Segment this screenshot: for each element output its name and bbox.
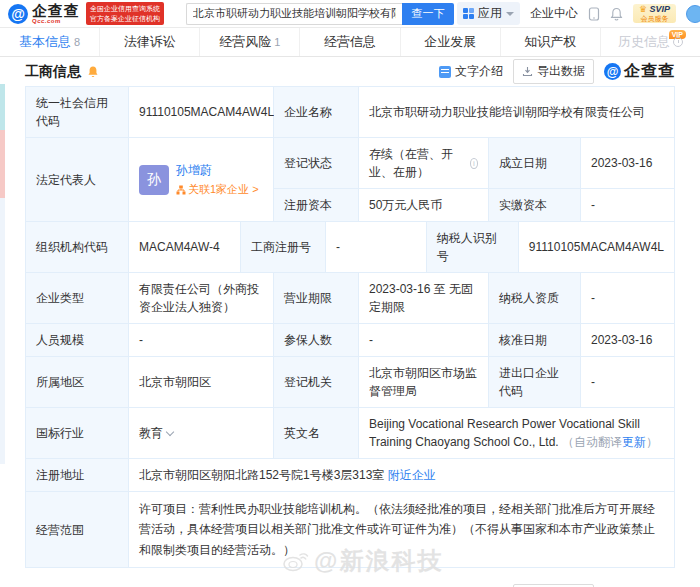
field-label: 英文名	[274, 408, 359, 458]
qcc-logo-icon: @	[604, 63, 621, 80]
chevron-down-icon	[166, 427, 174, 435]
search-bar: 查一下	[186, 3, 454, 25]
registered-capital-value: 50万元人民币	[359, 189, 489, 221]
download-icon	[522, 66, 533, 77]
field-label: 注册资本	[274, 189, 359, 221]
shareholders-header: 股东信息 1 i 股权结构 导出数据 @ 企查查	[0, 582, 700, 587]
field-label: 营业期限	[274, 273, 359, 323]
business-info-table: 统一社会信用代码 91110105MACAM4AW4L 企业名称 北京市职研动力…	[25, 86, 675, 568]
field-label: 所属地区	[26, 357, 129, 407]
field-label: 法定代表人	[26, 138, 129, 221]
export-data-button[interactable]: 导出数据	[513, 59, 594, 84]
enterprise-center-link[interactable]: 企业中心	[530, 5, 578, 22]
legal-rep-avatar[interactable]: 孙	[139, 165, 169, 195]
top-bar: @ 企查查 Qcc.com 全国企业信用查询系统 官方备案企业征信机构 查一下 …	[0, 0, 700, 28]
field-label: 登记状态	[274, 138, 359, 188]
apps-menu[interactable]: 应用	[457, 2, 520, 25]
field-label: 核准日期	[489, 324, 581, 356]
notification-bell-icon[interactable]	[610, 7, 623, 21]
insured-count-value: -	[359, 324, 489, 356]
legal-rep-cell: 孙 孙增蔚 关联1家企业 >	[129, 138, 274, 221]
staff-size-value: -	[129, 324, 274, 356]
taxpayer-id-value: 91110105MACAM4AW4L	[519, 222, 674, 272]
certification-badge: 全国企业信用查询系统 官方备案企业征信机构	[86, 2, 164, 24]
tab-operating-info[interactable]: 经营信息	[300, 28, 400, 56]
mobile-app-icon[interactable]	[588, 7, 600, 21]
field-label: 注册地址	[26, 459, 129, 491]
field-label: 参保人数	[274, 324, 359, 356]
company-name-value: 北京市职研动力职业技能培训朝阳学校有限责任公司	[359, 87, 674, 137]
org-code-value: MACAM4AW-4	[129, 222, 241, 272]
credit-code-value: 91110105MACAM4AW4L	[129, 87, 274, 137]
field-label: 工商注册号	[241, 222, 326, 272]
registration-no-value: -	[326, 222, 427, 272]
business-scope-value: 许可项目：营利性民办职业技能培训机构。（依法须经批准的项目，经相关部门批准后方可…	[129, 492, 674, 567]
document-icon	[439, 66, 451, 78]
field-label: 统一社会信用代码	[26, 87, 129, 137]
qcc-watermark: @ 企查查	[604, 61, 675, 82]
qcc-brand[interactable]: @ 企查查 Qcc.com 全国企业信用查询系统 官方备案企业征信机构	[8, 2, 164, 24]
translate-update-link[interactable]: 更新	[622, 435, 646, 449]
search-button[interactable]: 查一下	[402, 3, 454, 25]
tab-legal-litigation[interactable]: 法律诉讼	[100, 28, 200, 56]
company-type-value: 有限责任公司（外商投资企业法人独资）	[129, 273, 274, 323]
section-title: 工商信息	[25, 63, 81, 81]
info-icon[interactable]: i	[470, 158, 478, 169]
tab-operating-risk[interactable]: 经营风险1	[200, 28, 300, 56]
brand-name: 企查查	[32, 3, 80, 18]
field-label: 纳税人资质	[489, 273, 581, 323]
crown-icon: ♛	[639, 4, 647, 14]
tab-company-development[interactable]: 企业发展	[401, 28, 501, 56]
region-value: 北京市朝阳区	[129, 357, 274, 407]
text-intro-button[interactable]: 文字介绍	[439, 63, 503, 80]
registered-address-value: 北京市朝阳区朝阳北路152号院1号楼3层313室 附近企业	[129, 459, 674, 491]
related-companies-link[interactable]: 关联1家企业 >	[176, 181, 259, 198]
field-label: 人员规模	[26, 324, 129, 356]
business-info-header: 工商信息 文字介绍 导出数据 @ 企查查	[0, 57, 700, 86]
tab-basic-info[interactable]: 基本信息8	[0, 28, 100, 56]
apps-grid-icon	[463, 8, 474, 19]
status-value: 存续（在营、开业、在册）i	[359, 138, 489, 188]
user-avatar[interactable]	[686, 5, 700, 23]
org-chart-icon	[176, 185, 186, 195]
paid-capital-value: -	[581, 189, 674, 221]
field-label: 企业名称	[274, 87, 359, 137]
field-label: 企业类型	[26, 273, 129, 323]
field-label: 组织机构代码	[26, 222, 129, 272]
establish-date-value: 2023-03-16	[581, 138, 674, 188]
english-name-value: Beijing Vocational Research Power Vocati…	[359, 408, 674, 458]
company-tabs: 基本信息8 法律诉讼 经营风险1 经营信息 企业发展 知识产权 历史信息 VIP	[0, 28, 700, 57]
chevron-down-icon	[506, 12, 514, 16]
field-label: 纳税人识别号	[427, 222, 519, 272]
field-label: 实缴资本	[489, 189, 581, 221]
import-export-code-value: -	[581, 357, 674, 407]
field-label: 经营范围	[26, 492, 129, 567]
qcc-logo-icon: @	[8, 4, 28, 24]
approval-date-value: 2023-03-16	[581, 324, 674, 356]
industry-value[interactable]: 教育	[129, 408, 274, 458]
field-label: 国标行业	[26, 408, 129, 458]
search-input[interactable]	[186, 3, 402, 25]
nearby-companies-link[interactable]: 附近企业	[388, 466, 436, 484]
field-label: 成立日期	[489, 138, 581, 188]
tab-intellectual-property[interactable]: 知识产权	[501, 28, 601, 56]
left-edge-strip	[0, 84, 5, 464]
tab-history-info[interactable]: 历史信息 VIP	[601, 28, 700, 56]
svip-membership-badge[interactable]: ♛ SVIP 会员服务	[633, 4, 676, 24]
field-label: 登记机关	[274, 357, 359, 407]
subscribe-bell-icon[interactable]	[87, 65, 99, 78]
registration-authority-value: 北京市朝阳区市场监督管理局	[359, 357, 489, 407]
field-label: 进出口企业代码	[489, 357, 581, 407]
taxpayer-quality-value: -	[581, 273, 674, 323]
clock-icon	[673, 37, 683, 47]
legal-rep-name-link[interactable]: 孙增蔚	[176, 161, 259, 179]
business-term-value: 2023-03-16 至 无固定期限	[359, 273, 489, 323]
